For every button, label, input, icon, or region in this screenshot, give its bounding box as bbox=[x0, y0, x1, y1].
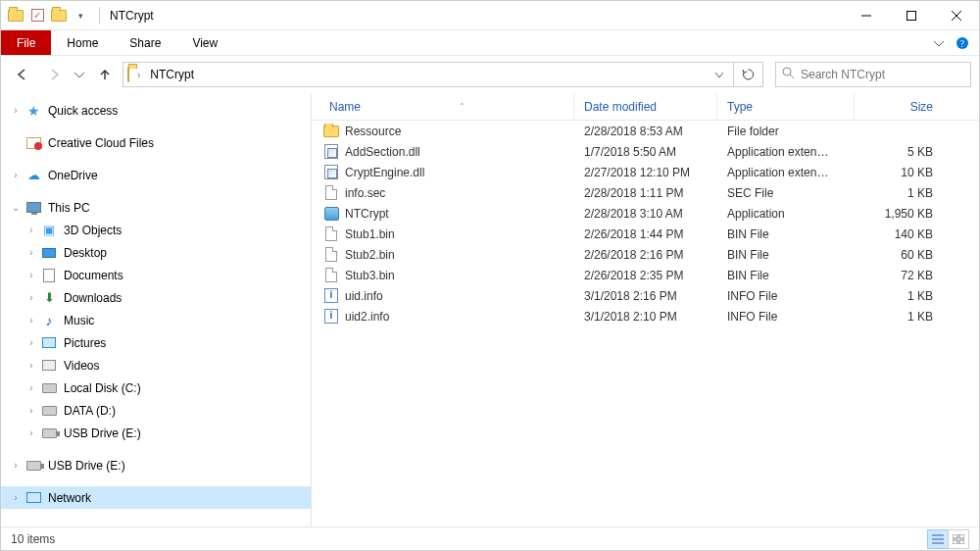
qat-dropdown-icon[interactable]: ▾ bbox=[72, 7, 89, 25]
file-size: 72 KB bbox=[855, 269, 943, 282]
quick-access-tree-item[interactable]: › ★ Quick access bbox=[1, 99, 311, 122]
file-type: File folder bbox=[717, 125, 855, 138]
tree-item[interactable]: ›♪Music bbox=[1, 309, 311, 331]
forward-button[interactable] bbox=[40, 61, 68, 88]
chevron-right-icon[interactable]: › bbox=[24, 270, 38, 280]
chevron-right-icon[interactable]: › bbox=[24, 360, 38, 371]
file-row[interactable]: Stub2.bin2/26/2018 2:16 PMBIN File60 KB bbox=[312, 244, 979, 265]
tree-item-label: Music bbox=[64, 314, 94, 327]
view-tab[interactable]: View bbox=[176, 30, 233, 55]
chevron-right-icon[interactable]: › bbox=[24, 337, 38, 348]
tree-item[interactable]: ›Videos bbox=[1, 354, 311, 376]
file-type: INFO File bbox=[717, 289, 855, 303]
column-header-size[interactable]: Size bbox=[855, 93, 943, 120]
this-pc-tree-item[interactable]: ⌄ This PC bbox=[1, 196, 311, 219]
chevron-right-icon[interactable]: › bbox=[24, 292, 38, 303]
chevron-right-icon[interactable]: › bbox=[9, 170, 23, 180]
usb-icon bbox=[24, 457, 42, 475]
address-bar[interactable]: › NTCrypt bbox=[122, 62, 734, 87]
doc-icon bbox=[40, 267, 58, 284]
chevron-right-icon[interactable]: › bbox=[9, 492, 23, 503]
creative-cloud-tree-item[interactable]: › Creative Cloud Files bbox=[1, 131, 311, 154]
app-icon bbox=[323, 206, 339, 222]
thumbnails-view-button[interactable] bbox=[948, 529, 969, 549]
vid-icon bbox=[40, 357, 58, 375]
column-label: Name bbox=[329, 100, 361, 114]
file-size: 1,950 KB bbox=[855, 207, 943, 221]
file-row[interactable]: info.sec2/28/2018 1:11 PMSEC File1 KB bbox=[312, 182, 979, 203]
back-button[interactable] bbox=[9, 61, 36, 88]
ribbon: File Home Share View ? bbox=[1, 30, 979, 56]
chevron-right-icon[interactable]: › bbox=[9, 105, 23, 116]
chevron-right-icon[interactable]: › bbox=[24, 315, 38, 326]
tree-item[interactable]: ›▣3D Objects bbox=[1, 219, 311, 241]
file-row[interactable]: NTCrypt2/28/2018 3:10 AMApplication1,950… bbox=[312, 203, 979, 224]
file-date: 2/26/2018 2:35 PM bbox=[574, 269, 717, 282]
file-list[interactable]: Ressource2/28/2018 8:53 AMFile folderAdd… bbox=[312, 121, 979, 526]
desktop-icon bbox=[40, 244, 58, 262]
file-name: uid2.info bbox=[345, 310, 389, 324]
tree-item[interactable]: ›DATA (D:) bbox=[1, 399, 311, 422]
file-name: Stub2.bin bbox=[345, 248, 395, 262]
chevron-right-icon[interactable]: › bbox=[24, 427, 38, 438]
chevron-down-icon[interactable]: ⌄ bbox=[9, 202, 23, 213]
chevron-right-icon[interactable]: › bbox=[24, 225, 38, 235]
tree-item-label: Videos bbox=[64, 359, 99, 373]
cloud-icon: ☁ bbox=[24, 167, 42, 184]
file-row[interactable]: uid.info3/1/2018 2:16 PMINFO File1 KB bbox=[312, 285, 979, 306]
column-header-date[interactable]: Date modified bbox=[574, 93, 717, 120]
tree-item[interactable]: ›Documents bbox=[1, 264, 311, 286]
file-row[interactable]: Stub1.bin2/26/2018 1:44 PMBIN File140 KB bbox=[312, 224, 979, 244]
help-button[interactable]: ? bbox=[952, 30, 973, 55]
svg-rect-15 bbox=[959, 540, 964, 544]
network-tree-item[interactable]: › Network bbox=[1, 486, 311, 509]
info-icon bbox=[323, 288, 339, 304]
share-tab[interactable]: Share bbox=[114, 30, 176, 55]
file-name: uid.info bbox=[345, 289, 383, 303]
column-header-type[interactable]: Type bbox=[717, 93, 855, 120]
breadcrumb[interactable]: NTCrypt bbox=[148, 68, 196, 81]
maximize-button[interactable] bbox=[889, 1, 934, 30]
tree-item[interactable]: ›USB Drive (E:) bbox=[1, 422, 311, 444]
tree-item[interactable]: ›⬇Downloads bbox=[1, 286, 311, 309]
minimize-button[interactable] bbox=[844, 1, 889, 30]
chevron-right-icon[interactable]: › bbox=[133, 70, 144, 80]
collapse-ribbon-button[interactable] bbox=[926, 30, 952, 55]
usb-drive-tree-item[interactable]: › USB Drive (E:) bbox=[1, 454, 311, 476]
file-type: Application bbox=[717, 207, 855, 221]
file-type: BIN File bbox=[717, 269, 855, 282]
file-row[interactable]: AddSection.dll1/7/2018 5:50 AMApplicatio… bbox=[312, 141, 979, 162]
tree-item[interactable]: ›Local Disk (C:) bbox=[1, 376, 311, 399]
close-button[interactable] bbox=[934, 1, 979, 30]
search-box[interactable] bbox=[775, 62, 971, 87]
folder-icon[interactable] bbox=[50, 7, 68, 25]
onedrive-tree-item[interactable]: › ☁ OneDrive bbox=[1, 164, 311, 186]
chevron-right-icon[interactable]: › bbox=[24, 247, 38, 258]
home-tab[interactable]: Home bbox=[51, 30, 114, 55]
search-icon bbox=[782, 67, 795, 82]
properties-icon[interactable]: ✓ bbox=[28, 7, 46, 25]
file-row[interactable]: CryptEngine.dll2/27/2018 12:10 PMApplica… bbox=[312, 162, 979, 182]
address-dropdown-button[interactable] bbox=[710, 68, 729, 81]
title-bar: ✓ ▾ NTCrypt bbox=[1, 1, 979, 30]
file-row[interactable]: Ressource2/28/2018 8:53 AMFile folder bbox=[312, 121, 979, 141]
details-view-button[interactable] bbox=[927, 529, 949, 549]
file-row[interactable]: uid2.info3/1/2018 2:10 PMINFO File1 KB bbox=[312, 306, 979, 326]
network-icon bbox=[24, 489, 42, 507]
file-tab[interactable]: File bbox=[1, 30, 51, 55]
up-button[interactable] bbox=[91, 61, 119, 88]
file-list-pane: Name ˄ Date modified Type Size Ressource… bbox=[311, 93, 979, 526]
file-row[interactable]: Stub3.bin2/26/2018 2:35 PMBIN File72 KB bbox=[312, 265, 979, 285]
info-icon bbox=[323, 309, 339, 325]
search-input[interactable] bbox=[801, 68, 964, 81]
status-bar: 10 items bbox=[1, 526, 979, 550]
tree-item[interactable]: ›Pictures bbox=[1, 331, 311, 354]
chevron-right-icon[interactable]: › bbox=[9, 460, 23, 471]
chevron-right-icon[interactable]: › bbox=[24, 405, 38, 416]
chevron-right-icon[interactable]: › bbox=[24, 382, 38, 393]
column-header-name[interactable]: Name ˄ bbox=[312, 93, 574, 120]
refresh-button[interactable] bbox=[734, 62, 763, 87]
tree-item[interactable]: ›Desktop bbox=[1, 241, 311, 264]
navigation-pane[interactable]: › ★ Quick access › Creative Cloud Files … bbox=[1, 93, 311, 526]
recent-locations-button[interactable] bbox=[72, 61, 87, 88]
